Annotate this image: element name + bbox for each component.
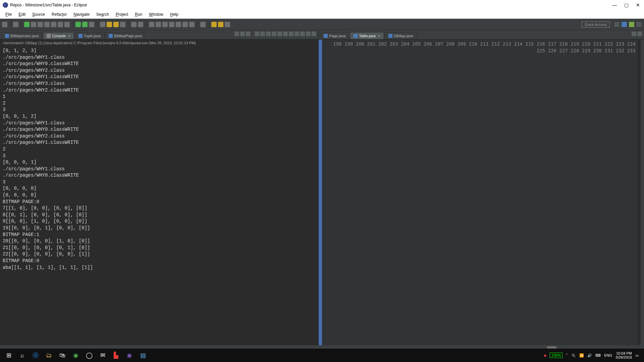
code-body[interactable]: File f1 = new File(generatePath(j + 1));… bbox=[638, 40, 640, 345]
tb-disconnect-icon[interactable] bbox=[44, 22, 50, 27]
tb-back-icon[interactable] bbox=[211, 22, 217, 27]
mail-icon[interactable]: ✉ bbox=[96, 349, 109, 362]
power-icon[interactable]: 🔌 bbox=[571, 353, 576, 358]
console-tool-icon[interactable] bbox=[283, 32, 288, 36]
store-icon[interactable]: 🛍 bbox=[56, 349, 69, 362]
tab-page-java[interactable]: Page.java bbox=[320, 32, 349, 39]
tb-toggle3-icon[interactable] bbox=[162, 22, 168, 27]
chevron-up-icon[interactable]: ˄ bbox=[566, 353, 568, 358]
code-editor[interactable]: 198 199 200 201 202 203 204 205 206 207 … bbox=[319, 40, 644, 345]
menu-search[interactable]: Search bbox=[93, 11, 112, 18]
tb-edit-icon[interactable] bbox=[120, 22, 125, 27]
battery-indicator[interactable]: 100% bbox=[550, 353, 562, 358]
persp-debug-icon[interactable] bbox=[629, 21, 635, 27]
tb-newclass-icon[interactable] bbox=[100, 22, 105, 27]
tb-toggle7-icon[interactable] bbox=[189, 22, 195, 27]
action-center-icon[interactable]: ▭ bbox=[635, 353, 639, 358]
tb-search2-icon[interactable] bbox=[138, 22, 143, 27]
tb-toggle2-icon[interactable] bbox=[156, 22, 161, 27]
persp-other-icon[interactable] bbox=[636, 21, 642, 27]
tab-dbapp-java[interactable]: DBApp.java bbox=[385, 32, 417, 39]
chrome-icon[interactable]: ◯ bbox=[83, 349, 96, 362]
overview-ruler[interactable] bbox=[640, 40, 644, 345]
menu-navigate[interactable]: Navigate bbox=[70, 11, 93, 18]
console-tool-icon[interactable] bbox=[234, 32, 239, 36]
tb-debug-icon[interactable] bbox=[75, 22, 81, 27]
console-tool-icon[interactable] bbox=[289, 32, 293, 36]
notepad-icon[interactable]: ▤ bbox=[136, 349, 150, 362]
menu-file[interactable]: File bbox=[2, 11, 15, 18]
menu-source[interactable]: Source bbox=[29, 11, 48, 18]
tb-toggle1-icon[interactable] bbox=[149, 22, 154, 27]
tb-toggle6-icon[interactable] bbox=[182, 22, 188, 27]
search-button[interactable]: ⌕ bbox=[15, 349, 29, 362]
tb-pin-icon[interactable] bbox=[200, 22, 206, 27]
menu-edit[interactable]: Edit bbox=[15, 11, 29, 18]
close-icon[interactable]: ✕ bbox=[378, 34, 380, 38]
tab-bitmappage[interactable]: BitMapPage.java bbox=[105, 32, 146, 39]
tb-toggle5-icon[interactable] bbox=[176, 22, 181, 27]
tb-forward-icon[interactable] bbox=[218, 22, 223, 27]
console-tool-icon[interactable] bbox=[255, 32, 259, 36]
console-tool-icon[interactable] bbox=[312, 32, 316, 36]
app-green-icon[interactable]: ◉ bbox=[69, 349, 83, 362]
tab-bitmapindex[interactable]: BitMapIndex.java bbox=[1, 32, 42, 39]
tb-run-icon[interactable] bbox=[82, 22, 88, 27]
tb-pause-icon[interactable] bbox=[31, 22, 36, 27]
tb-openfolder-icon[interactable] bbox=[113, 22, 119, 27]
console-tool-icon[interactable] bbox=[294, 32, 299, 36]
tb-resume-icon[interactable] bbox=[24, 22, 30, 27]
persp-open-icon[interactable] bbox=[614, 21, 620, 27]
persp-java-icon[interactable] bbox=[621, 21, 627, 27]
menu-help[interactable]: Help bbox=[167, 11, 182, 18]
menu-project[interactable]: Project bbox=[112, 11, 131, 18]
tab-tuple[interactable]: Tuple.java bbox=[75, 32, 104, 39]
tb-stepover-icon[interactable] bbox=[58, 22, 63, 27]
tb-coverage-icon[interactable] bbox=[89, 22, 94, 27]
console-tool-icon[interactable] bbox=[246, 32, 251, 36]
tb-stepreturn-icon[interactable] bbox=[64, 22, 70, 27]
console-tool-icon[interactable] bbox=[260, 32, 265, 36]
console-tool-icon[interactable] bbox=[266, 32, 271, 36]
tb-new-icon[interactable] bbox=[2, 22, 7, 27]
wifi-icon[interactable]: 📶 bbox=[579, 353, 584, 358]
start-button[interactable]: ⊞ bbox=[2, 349, 15, 362]
console-tool-icon[interactable] bbox=[306, 32, 311, 36]
line-gutter[interactable]: 198 199 200 201 202 203 204 205 206 207 … bbox=[322, 40, 638, 345]
volume-icon[interactable]: 🔊 bbox=[587, 353, 592, 358]
tb-newpackage-icon[interactable] bbox=[107, 22, 112, 27]
tab-table-java[interactable]: Table.java ✕ bbox=[350, 32, 384, 39]
tab-console[interactable]: Console ✕ bbox=[43, 32, 74, 39]
tb-stepinto-icon[interactable] bbox=[51, 22, 56, 27]
folding-ruler[interactable] bbox=[319, 40, 322, 345]
quick-access-box[interactable]: Quick Access bbox=[582, 21, 610, 27]
console-tool-icon[interactable] bbox=[300, 32, 305, 36]
tb-toggle4-icon[interactable] bbox=[169, 22, 174, 27]
language-indicator[interactable]: ENG bbox=[604, 353, 612, 357]
java-file-icon bbox=[324, 34, 328, 38]
close-icon[interactable]: ✕ bbox=[68, 34, 70, 38]
tb-back2-icon[interactable] bbox=[225, 22, 230, 27]
console-tool-icon[interactable] bbox=[240, 32, 245, 36]
maximize-button[interactable]: ▢ bbox=[624, 2, 629, 8]
console-output[interactable]: [0, 1, 2, 3] ./src/pages/WHY1.class ./sr… bbox=[0, 46, 318, 345]
menu-refactor[interactable]: Refactor bbox=[48, 11, 70, 18]
minimize-view-icon[interactable] bbox=[632, 32, 636, 36]
tb-stop-icon[interactable] bbox=[38, 22, 43, 27]
console-tool-icon[interactable] bbox=[272, 32, 276, 36]
console-tool-icon[interactable] bbox=[277, 32, 282, 36]
explorer-icon[interactable]: 🗂 bbox=[42, 349, 56, 362]
edge-icon[interactable]: ⓔ bbox=[29, 349, 42, 362]
maximize-view-icon[interactable] bbox=[637, 32, 642, 36]
tray-app-icon[interactable]: ◆ bbox=[544, 353, 546, 358]
keyboard-icon[interactable]: ⌨ bbox=[595, 353, 601, 358]
acrobat-icon[interactable]: ▙ bbox=[109, 349, 123, 362]
menu-window[interactable]: Window bbox=[146, 11, 167, 18]
eclipse-task-icon[interactable]: ◉ bbox=[123, 349, 136, 362]
tb-save-icon[interactable] bbox=[13, 22, 18, 27]
menu-run[interactable]: Run bbox=[131, 11, 146, 18]
minimize-button[interactable]: — bbox=[612, 2, 617, 8]
close-button[interactable]: ✕ bbox=[636, 2, 640, 8]
taskbar-clock[interactable]: 10:04 PM 3/28/2019 bbox=[615, 351, 632, 359]
tb-search-icon[interactable] bbox=[131, 22, 137, 27]
